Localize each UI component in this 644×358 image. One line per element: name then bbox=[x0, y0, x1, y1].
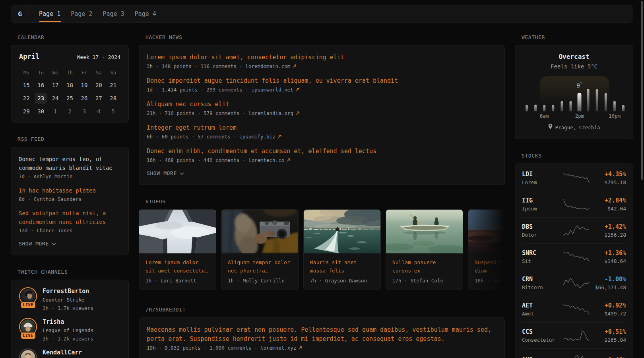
external-link-icon bbox=[287, 156, 290, 165]
stock-price-block: -1.00% $66,171.48 bbox=[590, 275, 626, 291]
twitch-channel-row[interactable]: KendallCarr bbox=[19, 348, 120, 358]
video-card[interactable]: Lorem ipsum dolorsit amet consectetu… 1h… bbox=[139, 209, 216, 290]
video-title[interactable]: Mauris sit ametmassa felis bbox=[310, 259, 357, 274]
tab-page-2[interactable]: Page 2 bbox=[71, 6, 92, 22]
calendar-day: 5 bbox=[106, 106, 120, 117]
stock-change: +0.51% bbox=[590, 328, 626, 336]
video-title[interactable]: Aliquam tempor dolornec pharetra… bbox=[228, 259, 290, 274]
video-title[interactable]: Nullam posuerecursus ex bbox=[392, 259, 436, 274]
twitch-avatar: LIVE bbox=[19, 287, 37, 312]
calendar-week-label: Week 17 bbox=[77, 54, 99, 60]
video-card[interactable]: Suspendisse maximusdiam 18h · Tara Walto… bbox=[468, 209, 505, 290]
stock-row-iig[interactable]: IIG Ipsum +2.84% $42.04 bbox=[522, 191, 626, 217]
video-thumbnail-canoe bbox=[386, 210, 463, 253]
page-tabs: Page 1Page 2Page 3Page 4 bbox=[29, 6, 167, 22]
stock-row-dbs[interactable]: DBS Dolor +1.42% $156.28 bbox=[522, 217, 626, 243]
stock-row-crn[interactable]: CRN Bitcorn -1.00% $66,171.48 bbox=[522, 270, 626, 296]
live-badge: LIVE bbox=[21, 302, 35, 308]
stock-symbol-block: AHS bbox=[522, 356, 559, 358]
rss-item-title[interactable]: Sed volutpat nulla nisl, a condimentum n… bbox=[19, 209, 121, 226]
rss-item-title[interactable]: Donec tempor eros leo, ut commodo mauris… bbox=[19, 155, 121, 172]
calendar-day: 30 bbox=[33, 106, 48, 117]
calendar-day: 20 bbox=[91, 80, 106, 91]
twitch-channel-viewers: 3h · 1.2k viewers bbox=[43, 335, 93, 343]
calendar-grid: MoTuWeThFrSaSu15161718192021222324252627… bbox=[19, 68, 120, 117]
stock-symbol-block: CRN Bitcorn bbox=[522, 275, 559, 291]
page-scrollbar-thumb[interactable] bbox=[641, 1, 643, 180]
subreddit-post-title[interactable]: Maecenas mollis pulvinar erat non posuer… bbox=[147, 325, 497, 344]
live-badge: LIVE bbox=[21, 333, 35, 339]
stock-name: Bitcorn bbox=[522, 284, 559, 291]
stocks-widget-title: STOCKS bbox=[522, 152, 633, 160]
calendar-day: 3 bbox=[77, 106, 91, 117]
stock-row-ldi[interactable]: LDI Lorem +4.35% $795.18 bbox=[522, 165, 626, 191]
stock-price: $148.64 bbox=[590, 257, 626, 265]
stock-change: +4.35% bbox=[590, 170, 626, 179]
stock-symbol: IIG bbox=[522, 197, 559, 205]
video-title[interactable]: Lorem ipsum dolorsit amet consectetu… bbox=[145, 259, 208, 274]
subreddit-post-meta: 19h · 9,932 points · 1,090 comments · lo… bbox=[147, 344, 497, 352]
stock-row-ahs[interactable]: AHS +0.46% bbox=[522, 348, 626, 358]
tab-page-1[interactable]: Page 1 bbox=[39, 6, 60, 22]
video-title[interactable]: Suspendisse maximusdiam bbox=[475, 259, 505, 274]
video-card[interactable]: Nullam posuerecursus ex 17h · Stefan Col… bbox=[386, 209, 463, 290]
weather-location: Prague, Czechia bbox=[522, 124, 627, 132]
stock-change: +1.42% bbox=[590, 223, 626, 231]
stock-symbol: CRN bbox=[522, 275, 559, 284]
calendar-separator: · bbox=[102, 54, 105, 60]
hackernews-item-title[interactable]: Integer eget rutrum lorem bbox=[147, 123, 497, 132]
stock-price-block: +1.36% $148.64 bbox=[590, 249, 626, 265]
weather-hour-label: 6am bbox=[540, 113, 549, 119]
twitch-channel-row[interactable]: LIVE Trisha League of Legends 3h · 1.2k … bbox=[19, 318, 120, 343]
video-meta: 7h · Grayson Dawson bbox=[310, 277, 374, 285]
stock-name: Amet bbox=[522, 310, 559, 317]
video-card-body: Nullam posuerecursus ex 17h · Stefan Col… bbox=[386, 253, 463, 290]
video-card[interactable]: Aliquam tempor dolornec pharetra… 1h · M… bbox=[221, 209, 299, 290]
stock-sparkline bbox=[563, 303, 590, 316]
videos-carousel: Lorem ipsum dolorsit amet consectetu… 1h… bbox=[139, 209, 505, 290]
chevron-down-icon bbox=[52, 241, 56, 247]
hackernews-item-title[interactable]: Lorem ipsum dolor sit amet, consectetur … bbox=[147, 53, 497, 62]
calendar-month: April bbox=[19, 53, 39, 60]
calendar-day-header: Mo bbox=[19, 68, 33, 77]
stock-row-snrc[interactable]: SNRC Sit +1.36% $148.64 bbox=[522, 243, 626, 270]
video-card-body: Suspendisse maximusdiam 18h · Tara Walto… bbox=[468, 253, 505, 290]
stock-row-ccs[interactable]: CCS Consectetur +0.51% $165.84 bbox=[522, 322, 626, 348]
stock-symbol-block: DBS Dolor bbox=[522, 223, 559, 239]
twitch-card: LIVE ForrestBurton Counter-Strike 1h · 1… bbox=[11, 280, 129, 358]
tab-page-4[interactable]: Page 4 bbox=[135, 6, 156, 22]
rss-item-title[interactable]: In hac habitasse platea bbox=[19, 186, 121, 195]
hackernews-item: Aliquam nec cursus elit 21h · 710 points… bbox=[147, 100, 497, 118]
hackernews-item-title[interactable]: Donec enim nibh, condimentum et accumsan… bbox=[147, 147, 497, 156]
hackernews-show-more-button[interactable]: SHOW MORE bbox=[147, 170, 184, 177]
twitch-widget: TWITCH CHANNELS LIVE ForrestBurton Count… bbox=[11, 268, 129, 358]
video-card[interactable]: Mauris sit ametmassa felis 7h · Grayson … bbox=[303, 209, 381, 290]
rss-show-more-button[interactable]: SHOW MORE bbox=[19, 241, 56, 247]
subreddit-post: Maecenas mollis pulvinar erat non posuer… bbox=[147, 325, 497, 352]
twitch-channel-name: KendallCarr bbox=[43, 348, 82, 357]
tab-page-3[interactable]: Page 3 bbox=[103, 6, 124, 22]
twitch-avatar bbox=[19, 348, 37, 358]
stock-row-aet[interactable]: AET Amet +0.92% $499.72 bbox=[522, 296, 626, 322]
twitch-channel-row[interactable]: LIVE ForrestBurton Counter-Strike 1h · 1… bbox=[19, 287, 120, 312]
stock-symbol-block: IIG Ipsum bbox=[522, 197, 559, 212]
dashboard-page: G Page 1Page 2Page 3Page 4 CALENDAR Apri… bbox=[0, 0, 644, 358]
external-link-icon bbox=[293, 62, 296, 71]
rss-widget: RSS FEED Donec tempor eros leo, ut commo… bbox=[11, 136, 129, 255]
stock-sparkline bbox=[563, 277, 590, 290]
twitch-avatar-image bbox=[21, 350, 35, 358]
hackernews-item-title[interactable]: Donec imperdiet augue tincidunt felis al… bbox=[147, 76, 497, 86]
calendar-day-header: Sa bbox=[91, 68, 106, 77]
stock-symbol: CCS bbox=[522, 328, 559, 336]
calendar-day: 28 bbox=[106, 93, 120, 104]
twitch-channel-viewers: 1h · 1.7k viewers bbox=[43, 304, 93, 312]
video-meta: 1h · Molly Carrillo bbox=[228, 277, 292, 285]
stocks-card: LDI Lorem +4.35% $795.18 IIG Ipsum +2.84… bbox=[515, 163, 633, 358]
calendar-day: 15 bbox=[19, 80, 33, 91]
app-logo[interactable]: G bbox=[11, 6, 29, 22]
hackernews-item-title[interactable]: Aliquam nec cursus elit bbox=[147, 100, 497, 109]
external-link-icon bbox=[296, 86, 299, 94]
videos-widget-title: VIDEOS bbox=[145, 198, 505, 205]
calendar-week-year: Week 17 · 2024 bbox=[77, 54, 120, 60]
chevron-down-icon bbox=[180, 170, 184, 177]
